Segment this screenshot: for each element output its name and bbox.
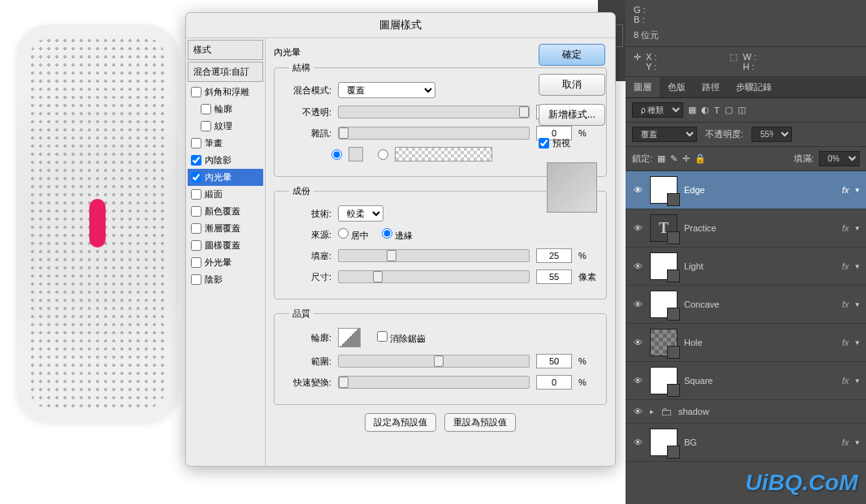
fx-badge[interactable]: fx — [842, 437, 849, 447]
range-slider[interactable] — [338, 355, 530, 368]
choke-slider[interactable] — [338, 249, 530, 262]
style-gradient-overlay-checkbox[interactable] — [191, 223, 201, 234]
visibility-icon[interactable]: 👁 — [632, 185, 643, 195]
layer-name[interactable]: Light — [684, 261, 835, 271]
styles-header[interactable]: 樣式 — [188, 40, 263, 60]
layer-thumb-text[interactable]: T — [650, 214, 678, 242]
layer-name[interactable]: Hole — [684, 338, 835, 347]
filter-adjustment-icon[interactable]: ◐ — [701, 105, 709, 115]
layer-thumb[interactable] — [650, 329, 678, 356]
chevron-right-icon[interactable]: ▸ — [650, 407, 654, 416]
anti-alias-checkbox[interactable] — [377, 331, 388, 342]
layer-hole[interactable]: 👁 Hole fx▾ — [626, 324, 866, 362]
technique-select[interactable]: 較柔 — [338, 205, 383, 222]
fx-badge[interactable]: fx — [842, 261, 849, 271]
layer-name[interactable]: Edge — [684, 185, 835, 195]
layer-blend-mode-select[interactable]: 覆蓋 — [632, 127, 697, 142]
blending-options-item[interactable]: 混合選項:自訂 — [188, 62, 263, 82]
visibility-icon[interactable]: 👁 — [632, 299, 643, 309]
lock-transparency-icon[interactable]: ▦ — [657, 153, 665, 164]
ok-button[interactable]: 確定 — [539, 44, 605, 66]
style-outer-glow[interactable]: 外光暈 — [188, 254, 263, 271]
layer-bg[interactable]: 👁 BG fx▾ — [626, 424, 866, 462]
style-inner-shadow-checkbox[interactable] — [191, 155, 201, 166]
tab-paths[interactable]: 路徑 — [694, 77, 728, 97]
layer-name[interactable]: Practice — [684, 223, 835, 233]
chevron-down-icon[interactable]: ▾ — [855, 438, 860, 446]
source-edge-radio[interactable] — [382, 228, 392, 239]
layer-thumb[interactable] — [650, 367, 678, 394]
reset-default-button[interactable]: 重設為預設值 — [444, 413, 516, 432]
filter-smart-icon[interactable]: ◫ — [738, 105, 746, 115]
gradient-source-radio[interactable] — [378, 149, 388, 160]
cancel-button[interactable]: 取消 — [539, 74, 605, 96]
fx-badge[interactable]: fx — [842, 376, 849, 386]
style-stroke[interactable]: 筆畫 — [188, 135, 263, 152]
tab-history[interactable]: 步驟記錄 — [728, 77, 780, 97]
visibility-icon[interactable]: 👁 — [632, 338, 643, 347]
style-satin-checkbox[interactable] — [191, 189, 201, 200]
visibility-icon[interactable]: 👁 — [632, 437, 643, 447]
gradient-picker[interactable] — [395, 147, 492, 162]
source-center-option[interactable]: 居中 — [338, 228, 369, 242]
style-color-overlay-checkbox[interactable] — [191, 206, 201, 217]
layer-light[interactable]: 👁 Light fx▾ — [626, 248, 866, 286]
style-inner-glow[interactable]: 內光暈 — [188, 169, 263, 186]
layer-thumb[interactable] — [650, 429, 678, 456]
style-stroke-checkbox[interactable] — [191, 138, 201, 149]
size-slider[interactable] — [338, 270, 530, 283]
style-contour[interactable]: 輪廓 — [188, 101, 263, 118]
color-source-radio[interactable] — [331, 149, 342, 160]
layer-concave[interactable]: 👁 Concave fx▾ — [626, 286, 866, 324]
chevron-down-icon[interactable]: ▾ — [855, 338, 860, 347]
fx-badge[interactable]: fx — [842, 338, 849, 347]
layer-name[interactable]: shadow — [678, 407, 860, 416]
glow-color-swatch[interactable] — [349, 147, 363, 162]
kind-filter-select[interactable]: ρ 種類 — [632, 102, 683, 118]
style-pattern-overlay-checkbox[interactable] — [191, 240, 201, 251]
layer-practice[interactable]: 👁 T Practice fx▾ — [626, 209, 866, 248]
style-contour-checkbox[interactable] — [201, 104, 211, 114]
layer-name[interactable]: Square — [684, 376, 835, 386]
tab-channels[interactable]: 色版 — [660, 77, 694, 97]
source-center-radio[interactable] — [338, 228, 349, 239]
filter-shape-icon[interactable]: ▢ — [725, 105, 733, 115]
chevron-down-icon[interactable]: ▾ — [855, 224, 860, 232]
blend-mode-select[interactable]: 覆蓋 — [338, 82, 435, 98]
opacity-slider[interactable] — [338, 106, 530, 118]
layer-shadow-folder[interactable]: 👁 ▸ 🗀 shadow — [626, 400, 866, 424]
noise-slider[interactable] — [338, 127, 530, 140]
chevron-down-icon[interactable]: ▾ — [855, 377, 860, 385]
filter-pixel-icon[interactable]: ▦ — [688, 105, 696, 115]
anti-alias-option[interactable]: 消除鋸齒 — [377, 331, 426, 345]
style-inner-glow-checkbox[interactable] — [191, 172, 201, 183]
chevron-down-icon[interactable]: ▾ — [855, 262, 860, 270]
contour-picker[interactable] — [338, 328, 361, 347]
layer-square[interactable]: 👁 Square fx▾ — [626, 362, 866, 400]
tab-layers[interactable]: 圖層 — [626, 77, 660, 97]
style-color-overlay[interactable]: 顏色覆蓋 — [188, 203, 263, 220]
style-outer-glow-checkbox[interactable] — [191, 257, 201, 268]
style-drop-shadow-checkbox[interactable] — [191, 274, 201, 285]
preview-checkbox[interactable] — [539, 138, 549, 149]
layer-edge[interactable]: 👁 Edge fx▾ — [626, 171, 866, 209]
style-bevel-checkbox[interactable] — [191, 87, 201, 97]
lock-paint-icon[interactable]: ✎ — [670, 153, 678, 164]
style-inner-shadow[interactable]: 內陰影 — [188, 152, 263, 169]
size-input[interactable] — [536, 269, 572, 284]
fx-badge[interactable]: fx — [842, 185, 849, 195]
new-style-button[interactable]: 新增樣式... — [539, 104, 605, 126]
make-default-button[interactable]: 設定為預設值 — [365, 413, 436, 432]
style-texture[interactable]: 紋理 — [188, 118, 263, 135]
style-pattern-overlay[interactable]: 圖樣覆蓋 — [188, 237, 263, 254]
layer-name[interactable]: BG — [684, 437, 835, 447]
chevron-down-icon[interactable]: ▾ — [855, 300, 860, 308]
fx-badge[interactable]: fx — [842, 299, 849, 309]
layer-thumb[interactable] — [650, 176, 678, 204]
jitter-input[interactable] — [536, 375, 572, 390]
style-satin[interactable]: 緞面 — [188, 186, 263, 203]
visibility-icon[interactable]: 👁 — [632, 376, 643, 386]
style-drop-shadow[interactable]: 陰影 — [188, 271, 263, 288]
fx-badge[interactable]: fx — [842, 223, 849, 233]
visibility-icon[interactable]: 👁 — [632, 407, 643, 416]
